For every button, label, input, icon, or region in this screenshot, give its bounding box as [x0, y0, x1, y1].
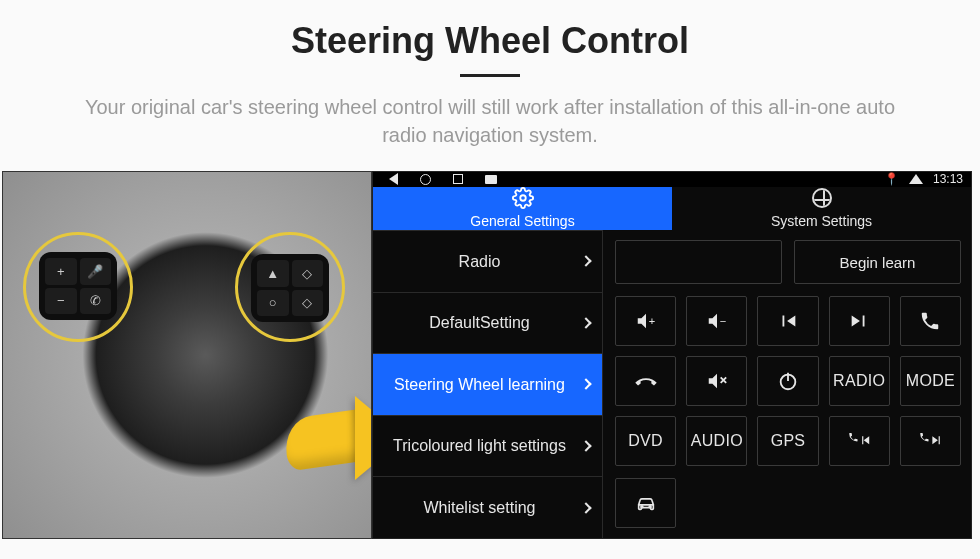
illustration-panel: + 🎤 − ✆ ▲ ◇ ○ ◇ 📍	[2, 171, 972, 539]
svg-point-6	[649, 506, 651, 508]
phone-prev-icon	[848, 430, 870, 452]
learning-panel: Begin learn + −	[603, 230, 971, 538]
phone-icon	[919, 310, 941, 332]
current-key-slot[interactable]	[615, 240, 782, 284]
key-gps[interactable]: GPS	[757, 416, 818, 466]
tab-general-settings[interactable]: General Settings	[373, 187, 672, 230]
android-statusbar: 📍 13:13	[373, 172, 971, 187]
key-car[interactable]	[615, 478, 676, 528]
key-power[interactable]	[757, 356, 818, 406]
wheel-btn-diamond: ◇	[292, 260, 324, 287]
page-subtitle: Your original car's steering wheel contr…	[30, 93, 950, 149]
key-grid-last-row	[615, 478, 961, 528]
nav-home-icon[interactable]	[420, 174, 431, 185]
key-phone-next[interactable]	[900, 416, 961, 466]
tab-system-label: System Settings	[771, 213, 872, 229]
svg-point-5	[641, 506, 643, 508]
sidebar-item-tricoloured-light[interactable]: Tricoloured light settings	[373, 415, 603, 477]
chevron-right-icon	[580, 379, 591, 390]
sidebar-item-label: DefaultSetting	[429, 313, 530, 332]
skip-next-icon	[848, 310, 870, 332]
location-icon: 📍	[884, 172, 899, 186]
wheel-buttons-left: + 🎤 − ✆	[39, 252, 117, 320]
sidebar-item-label: Tricoloured light settings	[393, 436, 566, 455]
wheel-btn-down: ◇	[292, 290, 324, 317]
key-mute[interactable]	[686, 356, 747, 406]
power-icon	[777, 370, 799, 392]
tab-system-settings[interactable]: System Settings	[672, 187, 971, 230]
volume-down-icon: −	[706, 310, 728, 332]
sidebar-item-default-setting[interactable]: DefaultSetting	[373, 292, 603, 354]
globe-icon	[811, 187, 833, 209]
key-radio[interactable]: RADIO	[829, 356, 890, 406]
sidebar-item-radio[interactable]: Radio	[373, 230, 603, 292]
wheel-btn-voice: 🎤	[80, 258, 112, 285]
nav-back-icon[interactable]	[389, 173, 398, 185]
title-underline	[460, 74, 520, 77]
svg-point-0	[520, 196, 526, 202]
key-volume-down[interactable]: −	[686, 296, 747, 346]
key-mode[interactable]: MODE	[900, 356, 961, 406]
skip-previous-icon	[777, 310, 799, 332]
settings-sidebar: Radio DefaultSetting Steering Wheel lear…	[373, 230, 603, 538]
wheel-btn-circle: ○	[257, 290, 289, 317]
sidebar-item-label: Whitelist setting	[423, 498, 535, 517]
key-call-hangup[interactable]	[615, 356, 676, 406]
sidebar-item-label: Steering Wheel learning	[394, 375, 565, 394]
sidebar-item-whitelist[interactable]: Whitelist setting	[373, 476, 603, 538]
key-phone-prev[interactable]	[829, 416, 890, 466]
key-grid: + −	[615, 296, 961, 466]
gear-icon	[512, 187, 534, 209]
phone-next-icon	[919, 430, 941, 452]
chevron-right-icon	[580, 317, 591, 328]
settings-tabs: General Settings System Settings	[373, 187, 971, 230]
svg-text:−: −	[720, 315, 727, 327]
steering-wheel-photo: + 🎤 − ✆ ▲ ◇ ○ ◇	[2, 171, 372, 539]
sidebar-item-label: Radio	[459, 252, 501, 271]
settings-content: Radio DefaultSetting Steering Wheel lear…	[373, 230, 971, 538]
device-screenshot: 📍 13:13 General Settings System Settings…	[372, 171, 972, 539]
phone-hangup-icon	[635, 370, 657, 392]
mute-icon	[706, 370, 728, 392]
key-dvd[interactable]: DVD	[615, 416, 676, 466]
wheel-btn-minus: −	[45, 288, 77, 315]
volume-up-icon: +	[635, 310, 657, 332]
page-title: Steering Wheel Control	[0, 20, 980, 62]
nav-recent-icon[interactable]	[453, 174, 463, 184]
key-call-answer[interactable]	[900, 296, 961, 346]
nav-card-icon[interactable]	[485, 175, 497, 184]
key-next-track[interactable]	[829, 296, 890, 346]
car-icon	[635, 492, 657, 514]
wheel-btn-plus: +	[45, 258, 77, 285]
key-volume-up[interactable]: +	[615, 296, 676, 346]
sidebar-item-steering-wheel-learning[interactable]: Steering Wheel learning	[373, 353, 603, 415]
key-audio[interactable]: AUDIO	[686, 416, 747, 466]
svg-text:+: +	[648, 315, 655, 327]
wifi-icon	[909, 174, 923, 184]
key-prev-track[interactable]	[757, 296, 818, 346]
chevron-right-icon	[580, 256, 591, 267]
wheel-buttons-right: ▲ ◇ ○ ◇	[251, 254, 329, 322]
tab-general-label: General Settings	[470, 213, 574, 229]
begin-learn-button[interactable]: Begin learn	[794, 240, 961, 284]
pointer-arrow	[285, 382, 372, 472]
chevron-right-icon	[580, 502, 591, 513]
statusbar-time: 13:13	[933, 172, 963, 186]
wheel-btn-up: ▲	[257, 260, 289, 287]
chevron-right-icon	[580, 440, 591, 451]
wheel-btn-phone: ✆	[80, 288, 112, 315]
